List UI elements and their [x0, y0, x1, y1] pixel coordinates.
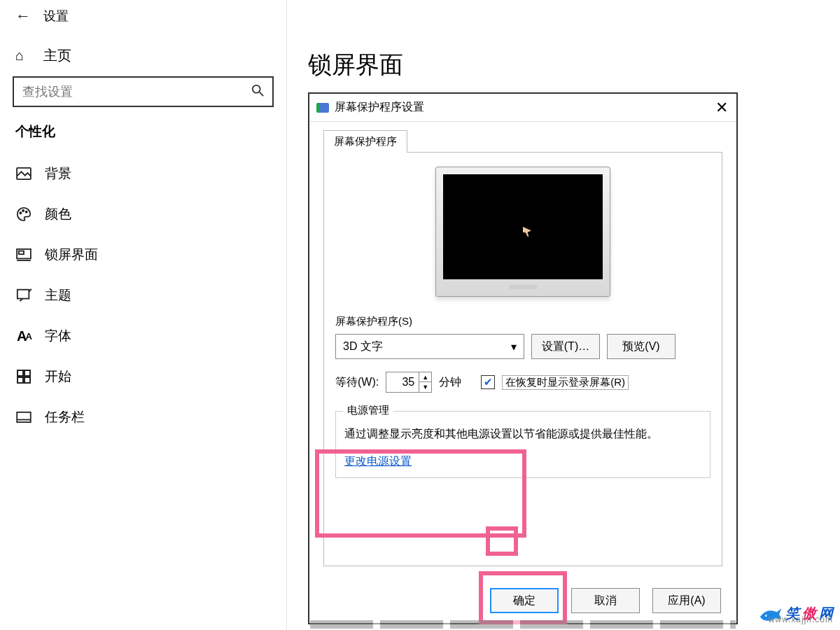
sidebar-item-taskbar[interactable]: 任务栏: [0, 397, 286, 438]
sidebar-item-background[interactable]: 背景: [0, 153, 286, 194]
sidebar-header: ← 设置: [0, 6, 286, 39]
sidebar-item-font[interactable]: AA 字体: [0, 316, 286, 356]
tab-panel: 屏幕保护程序(S) 3D 文字 ▾ 设置(T)… 预览(V) 等待(W): ▲: [323, 152, 722, 566]
svg-rect-13: [24, 377, 30, 383]
watermark-url: www.xajjn.com: [769, 615, 833, 624]
font-icon: AA: [15, 328, 32, 344]
saver-preview-button[interactable]: 预览(V): [607, 334, 676, 359]
apply-button[interactable]: 应用(A): [652, 588, 721, 613]
resume-logon-label: 在恢复时显示登录屏幕(R): [502, 375, 629, 390]
power-desc: 通过调整显示亮度和其他电源设置以节省能源或提供最佳性能。: [344, 427, 701, 442]
power-group: 电源管理 通过调整显示亮度和其他电源设置以节省能源或提供最佳性能。 更改电源设置: [335, 411, 710, 478]
sidebar-item-label: 背景: [45, 164, 71, 183]
search-field[interactable]: [13, 76, 274, 107]
sidebar-item-label: 字体: [45, 327, 71, 345]
screensaver-selected: 3D 文字: [343, 340, 383, 354]
cancel-button[interactable]: 取消: [571, 588, 640, 613]
screensaver-group: 屏幕保护程序(S) 3D 文字 ▾ 设置(T)… 预览(V) 等待(W): ▲: [335, 315, 710, 393]
dialog-titlebar[interactable]: 屏幕保护程序设置 ✕: [309, 94, 736, 122]
taskbar-icon: [15, 409, 32, 426]
home-icon: ⌂: [15, 48, 31, 64]
lockscreen-icon: [15, 246, 32, 263]
page-title: 锁屏界面: [308, 49, 840, 81]
nav-home[interactable]: ⌂ 主页: [0, 39, 286, 76]
saver-settings-button[interactable]: 设置(T)…: [531, 334, 600, 359]
spin-up-icon[interactable]: ▲: [419, 372, 431, 382]
wait-minutes-input[interactable]: [386, 372, 419, 392]
preview-monitor: [335, 167, 710, 297]
palette-icon: [15, 206, 32, 223]
wait-label: 等待(W):: [335, 375, 379, 390]
resume-logon-checkbox[interactable]: ✔: [481, 375, 495, 389]
dialog-title: 屏幕保护程序设置: [335, 100, 424, 115]
svg-rect-14: [17, 412, 31, 422]
nav-home-label: 主页: [43, 46, 71, 65]
settings-title: 设置: [43, 8, 69, 24]
svg-point-3: [20, 212, 21, 214]
ok-button[interactable]: 确定: [490, 588, 559, 613]
sidebar-item-theme[interactable]: 主题: [0, 275, 286, 316]
screensaver-dialog: 屏幕保护程序设置 ✕ 屏幕保护程序 屏幕保护程序(S) 3D 文字 ▾ 设置(: [308, 92, 738, 624]
settings-sidebar: ← 设置 ⌂ 主页 个性化 背景 颜色 锁屏界面 主题: [0, 0, 287, 630]
sidebar-item-color[interactable]: 颜色: [0, 194, 286, 234]
search-input[interactable]: [22, 85, 232, 99]
section-personalization: 个性化: [0, 122, 286, 153]
svg-rect-12: [18, 377, 23, 383]
thumbnail-strip: [310, 620, 736, 629]
search-icon[interactable]: [251, 84, 264, 100]
screensaver-group-label: 屏幕保护程序(S): [335, 315, 710, 328]
watermark: 笑傲网 www.xajjn.com: [759, 604, 833, 623]
power-group-label: 电源管理: [343, 404, 393, 417]
svg-rect-9: [18, 290, 29, 299]
sidebar-item-label: 主题: [45, 286, 71, 304]
sidebar-item-lockscreen[interactable]: 锁屏界面: [0, 234, 286, 275]
chevron-down-icon: ▾: [511, 340, 517, 354]
tab-screensaver[interactable]: 屏幕保护程序: [323, 130, 407, 153]
close-icon[interactable]: ✕: [715, 99, 728, 117]
sidebar-item-label: 任务栏: [45, 408, 85, 426]
svg-point-0: [253, 85, 260, 92]
svg-rect-10: [18, 370, 23, 376]
theme-icon: [15, 287, 32, 304]
sidebar-item-start[interactable]: 开始: [0, 356, 286, 397]
svg-point-5: [26, 211, 27, 213]
back-icon[interactable]: ←: [15, 7, 31, 25]
sidebar-item-label: 颜色: [45, 205, 71, 223]
start-icon: [15, 368, 32, 385]
image-icon: [15, 165, 32, 182]
screensaver-select[interactable]: 3D 文字 ▾: [335, 334, 524, 359]
svg-point-16: [765, 615, 767, 617]
svg-rect-7: [19, 251, 24, 255]
change-power-link[interactable]: 更改电源设置: [344, 455, 412, 467]
svg-line-1: [260, 92, 263, 95]
spin-down-icon[interactable]: ▼: [419, 382, 431, 392]
dialog-app-icon: [316, 103, 329, 113]
sidebar-item-label: 锁屏界面: [45, 246, 98, 264]
svg-rect-11: [24, 370, 30, 376]
sidebar-item-label: 开始: [45, 368, 71, 386]
minutes-label: 分钟: [439, 375, 461, 390]
wait-minutes-stepper[interactable]: ▲ ▼: [386, 372, 432, 393]
svg-point-4: [22, 210, 24, 211]
cursor-icon: [523, 227, 531, 237]
